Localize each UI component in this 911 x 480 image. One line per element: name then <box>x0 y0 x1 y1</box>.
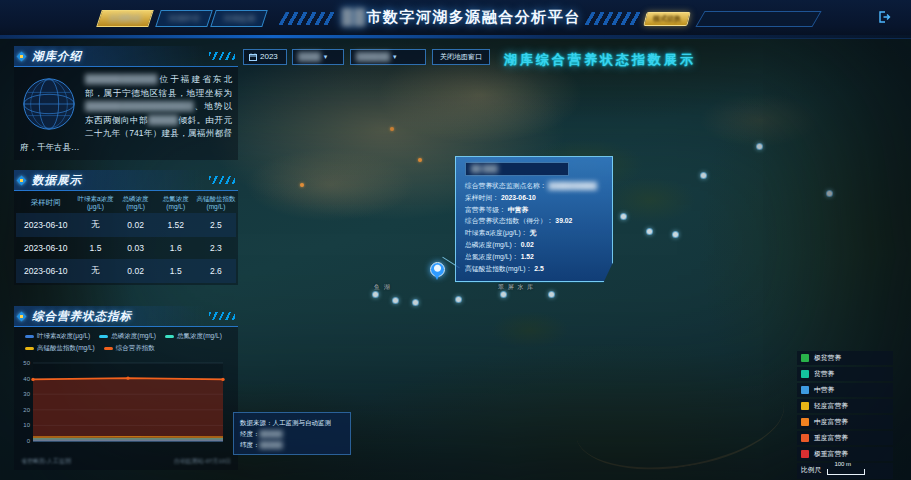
monitoring-point-marker[interactable] <box>826 190 833 197</box>
panel-title: 湖库介绍 <box>32 49 82 64</box>
legend-label: 极重富营养 <box>814 449 848 459</box>
legend-color-chip <box>801 386 809 394</box>
monitoring-point-marker[interactable] <box>646 228 653 235</box>
legend-label: 贫营养 <box>814 369 834 379</box>
table-row: 2023-06-101.50.031.62.3 <box>16 237 236 259</box>
panel-header: 湖库介绍 <box>14 46 238 67</box>
popup-field: 采样时间：2023-06-10 <box>465 192 603 204</box>
svg-text:0: 0 <box>27 438 31 444</box>
chart-legend-item[interactable]: 高锰酸盐指数(mg/L) <box>25 344 95 353</box>
lake-select-dropdown[interactable]: ████ ▾ <box>292 49 344 65</box>
popup-field-label: 高锰酸盐指数(mg/L)： <box>465 265 532 272</box>
table-cell: 2023-06-10 <box>16 213 75 237</box>
chart-legend: 叶绿素a浓度(μg/L)总磷浓度(mg/L)总氮浓度(mg/L)高锰酸盐指数(m… <box>17 330 235 357</box>
mode-switch-button[interactable]: 模式切换 <box>643 12 690 26</box>
table-cell: 2023-06-10 <box>16 259 75 283</box>
page-title: ██市数字河湖多源融合分析平台 <box>342 8 581 27</box>
chart-legend-item[interactable]: 总磷浓度(mg/L) <box>99 332 156 341</box>
chart-x-axis-labels: 省控断面-人工监测 自动监测站-07月10日 <box>17 457 235 466</box>
year-picker[interactable]: 2023 <box>243 49 287 65</box>
table-cell: 1.6 <box>156 237 196 259</box>
table-header-row: 采样时间叶绿素a浓度(μg/L)总磷浓度(mg/L)总氮浓度(mg/L)高锰酸盐… <box>16 193 236 213</box>
table-cell: 0.03 <box>116 237 156 259</box>
legend-color-chip <box>801 354 809 362</box>
close-map-window-button[interactable]: 关闭地图窗口 <box>432 49 490 65</box>
chevron-down-icon: ▾ <box>393 49 397 65</box>
monitoring-point-marker[interactable] <box>372 291 379 298</box>
app-header: 多源数据 河湖评价 河湖监测 ██市数字河湖多源融合分析平台 模式切换 <box>0 0 911 39</box>
legend-color-chip <box>801 370 809 378</box>
monitoring-point-marker[interactable] <box>455 296 462 303</box>
table-cell: 2.3 <box>196 237 236 259</box>
popup-field-value: 1.52 <box>521 253 534 260</box>
monitoring-point-marker[interactable] <box>392 297 399 304</box>
data-display-panel: 数据展示 采样时间叶绿素a浓度(μg/L)总磷浓度(mg/L)总氮浓度(mg/L… <box>14 170 238 285</box>
panel-body: ████████████位于福建省东北部，属于宁德地区辖县，地理坐标为█████… <box>14 67 238 160</box>
popup-field: 综合营养状态监测点名称：██████████ <box>465 180 603 192</box>
header-decoration-stripes <box>584 12 644 25</box>
tab-multi-source-data[interactable]: 多源数据 <box>96 10 154 27</box>
map-overlay-title: 湖库综合营养状态指数展示 <box>504 51 696 69</box>
tab-river-lake-evaluation[interactable]: 河湖评价 <box>155 10 213 27</box>
monitoring-point-marker[interactable] <box>672 231 679 238</box>
source-box-row: 数据来源：人工监测与自动监测 <box>240 417 344 428</box>
redacted-text: ██████████████████ <box>85 101 193 111</box>
legend-label: 中度富营养 <box>814 417 848 427</box>
dropdown-value: ██████ <box>356 49 390 65</box>
popup-field-label: 总磷浓度(mg/L)： <box>465 241 519 248</box>
popup-field-label: 采样时间： <box>465 194 499 201</box>
tab-label: 河湖监测 <box>223 11 255 26</box>
table-cell: 2.5 <box>196 213 236 237</box>
legend-item: 轻度富营养 <box>797 399 893 413</box>
chart-legend-item[interactable]: 叶绿素a浓度(μg/L) <box>25 332 90 341</box>
chart-legend-item[interactable]: 总氮浓度(mg/L) <box>165 332 222 341</box>
scale-bar: 100 m <box>827 469 865 475</box>
panel-title: 数据展示 <box>32 173 82 188</box>
calendar-icon <box>249 53 257 61</box>
trend-chart: 01020304050 <box>17 357 235 457</box>
table-cell: 无 <box>75 259 115 283</box>
monitoring-point-popup[interactable]: ██ ███ 综合营养状态监测点名称：██████████采样时间：2023-0… <box>455 156 613 282</box>
legend-label: 极贫营养 <box>814 353 841 363</box>
legend-item: 贫营养 <box>797 367 893 381</box>
table-cell: 2.6 <box>196 259 236 283</box>
redacted-city-name: ██ <box>342 8 366 25</box>
legend-label: 重度富营养 <box>814 433 848 443</box>
poi-marker <box>300 183 304 187</box>
water-quality-table: 采样时间叶绿素a浓度(μg/L)总磷浓度(mg/L)总氮浓度(mg/L)高锰酸盐… <box>16 193 236 283</box>
trophic-level-legend: 极贫营养贫营养中营养轻度富营养中度富营养重度富营养极重富营养 比例尺 100 m <box>797 351 893 479</box>
logout-icon[interactable] <box>876 9 892 25</box>
table-cell: 2023-06-10 <box>16 237 75 259</box>
popup-field-label: 总氮浓度(mg/L)： <box>465 253 519 260</box>
tab-label: 多源数据 <box>109 11 141 26</box>
popup-field: 高锰酸盐指数(mg/L)：2.5 <box>465 263 603 275</box>
map-water-label: 翠 屏 水 库 <box>498 283 534 292</box>
monitoring-point-marker[interactable] <box>620 213 627 220</box>
chart-legend-item[interactable]: 综合营养指数 <box>104 344 155 353</box>
legend-item: 极重富营养 <box>797 447 893 461</box>
popup-field: 总氮浓度(mg/L)：1.52 <box>465 251 603 263</box>
monitoring-point-marker[interactable] <box>756 143 763 150</box>
popup-title: ██ ███ <box>465 162 569 176</box>
panel-title: 综合营养状态指标 <box>32 309 132 324</box>
panel-header: 数据展示 <box>14 170 238 191</box>
station-select-dropdown[interactable]: ██████ ▾ <box>350 49 426 65</box>
lake-intro-panel: 湖库介绍 ████████████位于福建省东北部，属于宁德地区辖县，地理坐标为… <box>14 46 238 160</box>
popup-field: 叶绿素a浓度(μg/L)：无 <box>465 227 603 239</box>
monitoring-point-marker[interactable] <box>500 291 507 298</box>
monitoring-point-marker[interactable] <box>548 291 555 298</box>
legend-label: 总氮浓度(mg/L) <box>177 332 222 341</box>
legend-label: 叶绿素a浓度(μg/L) <box>37 332 90 341</box>
table-cell: 0.02 <box>116 259 156 283</box>
legend-label: 中营养 <box>814 385 834 395</box>
tab-river-lake-monitoring[interactable]: 河湖监测 <box>210 10 268 27</box>
legend-color-chip <box>801 418 809 426</box>
table-row: 2023-06-10无0.021.522.5 <box>16 213 236 237</box>
monitoring-point-marker[interactable] <box>700 172 707 179</box>
svg-text:10: 10 <box>23 422 30 428</box>
legend-label: 轻度富营养 <box>814 401 848 411</box>
monitoring-point-marker[interactable] <box>412 299 419 306</box>
panel-body: 叶绿素a浓度(μg/L)总磷浓度(mg/L)总氮浓度(mg/L)高锰酸盐指数(m… <box>14 327 238 470</box>
source-box-row: 经度：█████ <box>240 428 344 439</box>
map-pin-icon[interactable] <box>430 262 445 282</box>
